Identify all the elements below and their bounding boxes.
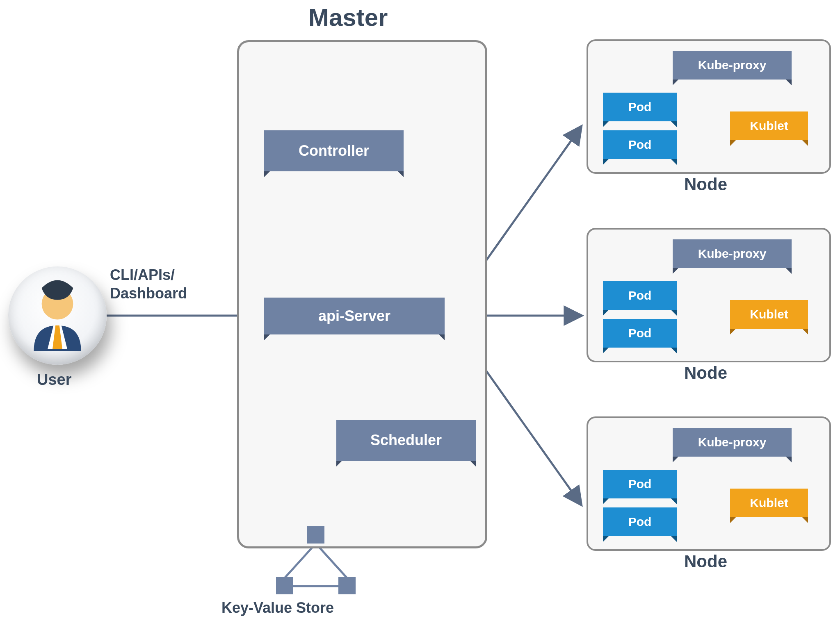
- kublet-2: Kublet: [730, 300, 808, 329]
- kvs-root-square: [307, 526, 324, 544]
- kvs-label: Key-Value Store: [221, 599, 334, 616]
- pod-3a: Pod: [603, 470, 677, 498]
- user-avatar: [8, 266, 107, 365]
- pod-label: Pod: [628, 100, 652, 114]
- kube-proxy-1: Kube-proxy: [673, 51, 792, 80]
- scheduler-block: Scheduler: [336, 420, 476, 461]
- pod-label: Pod: [628, 289, 652, 302]
- svg-line-7: [285, 544, 316, 578]
- pod-label: Pod: [628, 515, 652, 529]
- kublet-3: Kublet: [730, 489, 808, 517]
- kvs-left-square: [276, 577, 293, 594]
- controller-label: Controller: [299, 142, 369, 159]
- pod-1a: Pod: [603, 93, 677, 121]
- scheduler-label: Scheduler: [370, 432, 442, 449]
- api-server-block: api-Server: [264, 298, 445, 334]
- node-label-3: Node: [684, 552, 727, 571]
- pod-2a: Pod: [603, 281, 677, 310]
- kvs-right-square: [338, 577, 356, 594]
- master-title: Master: [308, 3, 388, 32]
- kube-proxy-label: Kube-proxy: [698, 435, 767, 449]
- svg-line-8: [316, 544, 347, 578]
- pod-3b: Pod: [603, 507, 677, 536]
- kublet-label: Kublet: [750, 119, 788, 133]
- pod-label: Pod: [628, 138, 652, 152]
- kube-proxy-label: Kube-proxy: [698, 58, 767, 72]
- kube-proxy-3: Kube-proxy: [673, 428, 792, 457]
- kube-proxy-2: Kube-proxy: [673, 239, 792, 268]
- edge-label-line2: Dashboard: [110, 285, 187, 302]
- pod-label: Pod: [628, 326, 652, 340]
- pod-2b: Pod: [603, 319, 677, 348]
- kube-proxy-label: Kube-proxy: [698, 247, 767, 261]
- pod-label: Pod: [628, 477, 652, 491]
- master-container: [237, 40, 487, 548]
- kublet-label: Kublet: [750, 307, 788, 321]
- edge-label-line1: CLI/APIs/: [110, 266, 175, 283]
- kublet-1: Kublet: [730, 111, 808, 140]
- node-label-1: Node: [684, 175, 727, 194]
- node-label-2: Node: [684, 363, 727, 383]
- api-server-label: api-Server: [318, 307, 390, 325]
- user-label: User: [37, 371, 72, 389]
- pod-1b: Pod: [603, 130, 677, 159]
- kublet-label: Kublet: [750, 496, 788, 510]
- diagram-canvas: User CLI/APIs/ Dashboard Master Controll…: [0, 0, 840, 630]
- edge-label: CLI/APIs/ Dashboard: [110, 266, 187, 302]
- controller-block: Controller: [264, 130, 404, 171]
